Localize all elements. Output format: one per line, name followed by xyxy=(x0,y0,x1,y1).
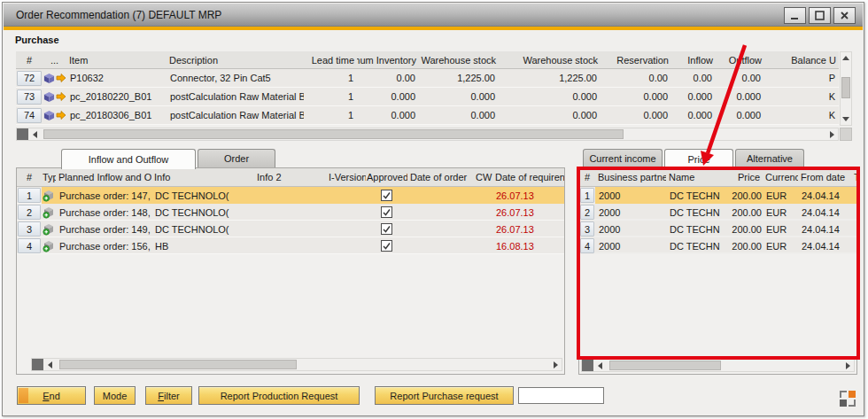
report-purchase-request-button[interactable]: Report Purchase request xyxy=(375,386,514,405)
row-selector[interactable]: 72 xyxy=(17,71,42,86)
approved-checkbox[interactable] xyxy=(381,206,392,218)
business-partner: 2000 xyxy=(595,221,666,237)
report-production-request-button[interactable]: Report Production Request xyxy=(198,386,360,405)
to-date xyxy=(851,187,858,204)
scroll-right-arrow[interactable] xyxy=(826,128,837,140)
partner-name: DC TECHN xyxy=(666,237,721,254)
from-date: 24.04.14 xyxy=(798,187,851,204)
col-min-inventory[interactable]: Minimum Inventory xyxy=(357,51,419,68)
row-selector[interactable]: 4 xyxy=(580,238,594,253)
currency: EUR xyxy=(763,237,798,254)
scroll-block[interactable] xyxy=(32,359,43,370)
row-selector[interactable]: 4 xyxy=(18,238,41,253)
filter-button[interactable]: Filter xyxy=(145,386,192,405)
scroll-thumb[interactable] xyxy=(609,361,721,370)
table-row[interactable]: 72 P10632 Connector, 32 Pin Cat5 1 0.00 … xyxy=(16,69,839,88)
col-more[interactable]: ... xyxy=(43,51,66,68)
table-row[interactable]: 3 Purchase order: 149, Pos 1 DC TECHNOLO… xyxy=(17,221,564,237)
approved-checkbox[interactable] xyxy=(381,240,392,252)
col-num[interactable]: # xyxy=(579,168,595,186)
col-planned[interactable]: Planned Inflow and Outflow xyxy=(56,168,151,186)
col-description[interactable]: Description xyxy=(167,51,304,68)
col-info[interactable]: Info xyxy=(151,168,254,186)
scroll-block[interactable] xyxy=(17,128,28,140)
row-icon-cell xyxy=(42,221,56,237)
scroll-thumb[interactable] xyxy=(59,360,297,369)
scroll-left-arrow[interactable] xyxy=(44,359,55,370)
item-code: pc_20180306_B01 xyxy=(66,106,167,124)
row-selector[interactable]: 3 xyxy=(580,221,594,237)
tab-inflow-and-outflow[interactable]: Inflow and Outflow xyxy=(61,149,196,169)
approved-checkbox[interactable] xyxy=(381,190,392,201)
footer-text-input[interactable] xyxy=(518,387,604,404)
table-row[interactable]: 1 2000 DC TECHN 200.00 EUR 24.04.14 xyxy=(579,187,856,204)
col-date-of-requirement[interactable]: Date of requiren xyxy=(492,168,564,186)
col-inflow[interactable]: Inflow xyxy=(671,51,716,68)
table-row[interactable]: 3 2000 DC TECHN 200.00 EUR 24.04.14 xyxy=(579,221,856,237)
table-row[interactable]: 2 Purchase order: 148, Pos 1 DC TECHNOLO… xyxy=(17,204,564,221)
col-to-date[interactable]: Tc xyxy=(851,168,856,186)
close-button[interactable] xyxy=(833,7,856,24)
row-selector[interactable]: 73 xyxy=(17,89,42,105)
approved-checkbox[interactable] xyxy=(381,223,392,235)
title-bar[interactable]: Order Recommendation (7) DEFAULT MRP xyxy=(4,4,863,27)
row-selector[interactable]: 1 xyxy=(580,188,594,203)
cw xyxy=(475,187,492,204)
col-iversion[interactable]: I-Version xyxy=(326,168,366,186)
col-outflow[interactable]: Outflow xyxy=(716,51,764,68)
tab-price[interactable]: Price xyxy=(664,149,733,169)
scroll-thumb[interactable] xyxy=(43,129,624,139)
scroll-right-arrow[interactable] xyxy=(550,359,561,370)
tab-alternative[interactable]: Alternative xyxy=(735,149,804,167)
maximize-button[interactable] xyxy=(809,7,831,24)
col-approved[interactable]: Approved xyxy=(366,168,407,186)
table-row[interactable]: 73 pc_20180220_B01 postCalculation Raw M… xyxy=(16,88,839,106)
col-num[interactable]: # xyxy=(16,51,43,68)
link-arrow-icon[interactable] xyxy=(56,91,66,102)
col-typ[interactable]: Typ xyxy=(42,168,56,186)
table-row[interactable]: 1 Purchase order: 147, Pos 1 DC TECHNOLO… xyxy=(17,187,564,204)
col-date-of-order[interactable]: Date of order xyxy=(407,168,475,186)
item-table-region: # ... Item Description Lead time Minimum… xyxy=(16,51,852,141)
row-selector[interactable]: 3 xyxy=(18,221,41,237)
col-from-date[interactable]: From date xyxy=(798,168,851,186)
scroll-right-arrow[interactable] xyxy=(842,360,853,371)
col-reservation[interactable]: Reservation xyxy=(601,51,671,68)
col-currency[interactable]: Currenc xyxy=(763,168,798,186)
scroll-up-arrow[interactable] xyxy=(841,52,851,64)
end-button[interactable]: End xyxy=(17,386,86,405)
row-selector[interactable]: 74 xyxy=(17,108,42,123)
col-cw[interactable]: CW xyxy=(475,168,492,186)
scroll-down-arrow[interactable] xyxy=(841,113,851,125)
col-warehouse-stock-1[interactable]: Warehouse stock xyxy=(419,51,499,68)
table-row[interactable]: 4 Purchase order: 156, Pos 1 HB 16.08.13 xyxy=(17,237,564,254)
row-selector[interactable]: 1 xyxy=(18,188,41,203)
col-item[interactable]: Item xyxy=(66,51,167,68)
link-arrow-icon[interactable] xyxy=(56,73,66,83)
col-balance[interactable]: Balance U xyxy=(764,51,839,68)
col-name[interactable]: Name xyxy=(666,168,721,186)
col-info2[interactable]: Info 2 xyxy=(254,168,326,186)
expand-grid-icon[interactable] xyxy=(839,390,856,407)
col-num[interactable]: # xyxy=(17,168,42,186)
minimize-button[interactable] xyxy=(784,7,806,24)
scroll-block[interactable] xyxy=(582,360,593,371)
tab-order[interactable]: Order xyxy=(198,149,275,167)
col-business-partner[interactable]: Business partner xyxy=(595,168,666,186)
table-row[interactable]: 74 pc_20180306_B01 postCalculation Raw M… xyxy=(16,106,839,125)
scroll-thumb[interactable] xyxy=(841,77,850,98)
row-selector[interactable]: 2 xyxy=(580,205,594,220)
reservation: 0.000 xyxy=(601,106,671,124)
table-row[interactable]: 2 2000 DC TECHN 200.00 EUR 24.04.14 xyxy=(579,204,856,221)
col-price[interactable]: Price xyxy=(721,168,763,186)
scroll-left-arrow[interactable] xyxy=(594,360,605,371)
tab-current-income[interactable]: Current income xyxy=(583,149,663,167)
col-warehouse-stock-2[interactable]: Warehouse stock xyxy=(499,51,601,68)
scroll-left-arrow[interactable] xyxy=(29,128,40,140)
link-arrow-icon[interactable] xyxy=(56,110,66,120)
col-lead-time[interactable]: Lead time xyxy=(304,51,357,68)
price: 200.00 xyxy=(721,187,763,204)
table-row[interactable]: 4 2000 DC TECHN 200.00 EUR 24.04.14 xyxy=(579,237,856,254)
row-selector[interactable]: 2 xyxy=(18,205,41,220)
mode-button[interactable]: Mode xyxy=(94,386,136,405)
